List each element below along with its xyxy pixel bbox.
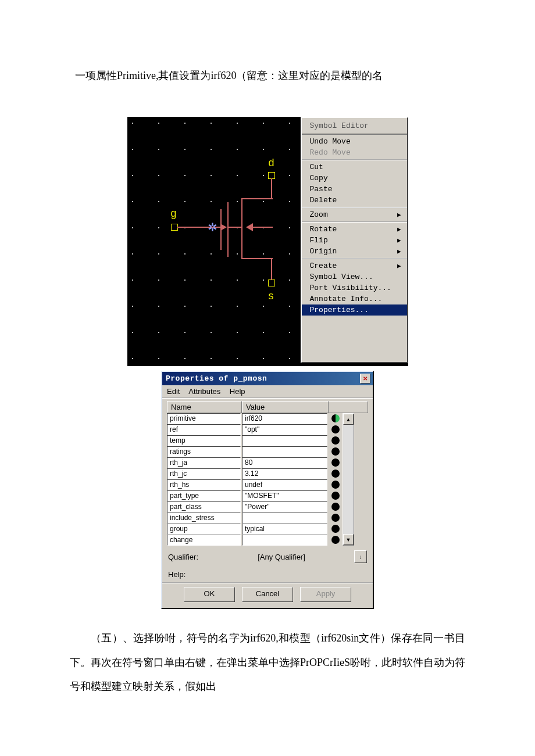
grid-dot (237, 123, 238, 124)
menu-help[interactable]: Help (230, 387, 245, 396)
property-name-cell[interactable]: rth_jc (167, 468, 241, 479)
menu-item-delete[interactable]: Delete (302, 195, 407, 206)
property-value-cell[interactable] (242, 446, 327, 457)
menu-item-undo-move[interactable]: Undo Move (302, 136, 407, 147)
pin-label-g: g (171, 207, 177, 220)
grid-dot (158, 332, 159, 333)
property-name-cell[interactable]: include_stress (167, 513, 241, 524)
property-value-cell[interactable]: 3.12 (242, 468, 327, 479)
grid-dot (263, 280, 264, 281)
grid-dot (211, 280, 212, 281)
grid-dot (289, 306, 290, 307)
row-indicator-icon[interactable] (331, 503, 340, 511)
grid-dot (211, 149, 212, 150)
grid-dot (263, 306, 264, 307)
scroll-up-icon[interactable]: ▲ (343, 414, 354, 425)
property-value-cell[interactable]: undef (242, 479, 327, 490)
cancel-button[interactable]: Cancel (242, 587, 293, 602)
close-icon[interactable]: ✕ (360, 374, 370, 384)
menu-edit[interactable]: Edit (167, 387, 180, 396)
menu-item-zoom[interactable]: Zoom▶ (302, 209, 407, 220)
submenu-arrow-icon: ▶ (397, 237, 401, 244)
property-name-cell[interactable]: rth_hs (167, 479, 241, 490)
qualifier-dropdown-icon[interactable]: ↓ (354, 550, 367, 563)
menu-item-label: Paste (310, 185, 333, 194)
property-value-cell[interactable]: irf620 (242, 413, 327, 424)
table-row: primitiveirf620 (167, 413, 329, 424)
menu-item-symbol-view[interactable]: Symbol View... (302, 271, 407, 282)
property-name-cell[interactable]: ratings (167, 446, 241, 457)
property-value-cell[interactable] (242, 513, 327, 524)
property-name-cell[interactable]: group (167, 524, 241, 535)
row-indicator-icon[interactable] (331, 525, 340, 533)
grid-dot (263, 175, 264, 176)
row-indicator-icon[interactable] (331, 425, 340, 433)
grid-dot (158, 253, 159, 255)
grid-dot (132, 227, 133, 228)
menu-item-flip[interactable]: Flip▶ (302, 235, 407, 246)
row-indicator-icon[interactable] (331, 458, 340, 467)
property-name-cell[interactable]: primitive (167, 413, 241, 424)
grid-dot (132, 253, 133, 255)
property-name-cell[interactable]: change (167, 535, 241, 546)
menu-item-annotate-info[interactable]: Annotate Info... (302, 293, 407, 304)
apply-button[interactable]: Apply (300, 587, 351, 602)
pin-label-s: s (269, 290, 274, 302)
ok-button[interactable]: OK (184, 587, 235, 602)
arrow-left-icon (246, 223, 253, 231)
grid-dot (237, 306, 238, 307)
grid-dot (132, 306, 133, 307)
property-name-cell[interactable]: rth_ja (167, 457, 241, 468)
property-name-cell[interactable]: part_class (167, 501, 241, 513)
menu-item-paste[interactable]: Paste (302, 184, 407, 195)
grid-dot (132, 123, 133, 124)
scrollbar[interactable]: ▲ ▼ (343, 413, 354, 546)
table-row: ratings (167, 446, 329, 457)
grid-dot (289, 175, 290, 176)
menu-item-copy[interactable]: Copy (302, 173, 407, 184)
grid-dot (132, 280, 133, 281)
row-indicator-icon[interactable] (331, 470, 340, 478)
table-row: grouptypical (167, 524, 329, 535)
qualifier-label: Qualifier: (168, 553, 209, 561)
property-value-cell[interactable]: 80 (242, 457, 327, 468)
menu-item-label: Zoom (310, 210, 328, 219)
table-row: rth_jc3.12 (167, 468, 329, 479)
row-indicator-icon[interactable] (331, 492, 340, 500)
property-value-cell[interactable]: "opt" (242, 424, 327, 435)
row-indicator-icon[interactable] (331, 447, 340, 456)
bottom-paragraph: （五）、选择吩咐，符号的名字为irf620,和模型（irf620sin文件）保存… (70, 626, 465, 698)
property-value-cell[interactable]: "MOSFET" (242, 490, 327, 501)
menu-item-label: Rotate (310, 225, 337, 234)
row-indicator-icon[interactable] (331, 436, 340, 445)
menu-item-create[interactable]: Create▶ (302, 260, 407, 271)
menu-item-port-visibility[interactable]: Port Visibility... (302, 282, 407, 293)
grid-dot (211, 332, 212, 333)
row-indicator-icon[interactable] (331, 481, 340, 489)
property-name-cell[interactable]: ref (167, 424, 241, 435)
grid-dot (237, 358, 238, 359)
row-indicator-icon[interactable] (331, 514, 340, 522)
row-indicator-icon[interactable] (331, 536, 340, 544)
dialog-menubar: Edit Attributes Help (162, 385, 373, 399)
row-indicator-icon[interactable] (331, 414, 340, 422)
property-value-cell[interactable]: typical (242, 524, 327, 535)
grid-dot (289, 280, 290, 281)
grid-dot (158, 227, 159, 228)
menu-attributes[interactable]: Attributes (188, 387, 220, 396)
context-menu-title: Symbol Editor (302, 118, 407, 135)
property-value-cell[interactable]: "Power" (242, 501, 327, 513)
property-value-cell[interactable] (242, 435, 327, 446)
menu-item-rotate[interactable]: Rotate▶ (302, 224, 407, 235)
menu-item-origin[interactable]: Origin▶ (302, 246, 407, 257)
scroll-down-icon[interactable]: ▼ (343, 534, 354, 545)
property-name-cell[interactable]: part_type (167, 490, 241, 501)
menu-item-cut[interactable]: Cut (302, 162, 407, 173)
menu-item-properties[interactable]: Properties... (302, 304, 407, 316)
property-value-cell[interactable] (242, 535, 327, 546)
property-name-cell[interactable]: temp (167, 435, 241, 446)
pin-label-d: d (269, 157, 274, 169)
menu-item-label: Flip (310, 236, 328, 245)
table-row: include_stress (167, 513, 329, 524)
grid-dot (237, 253, 238, 255)
